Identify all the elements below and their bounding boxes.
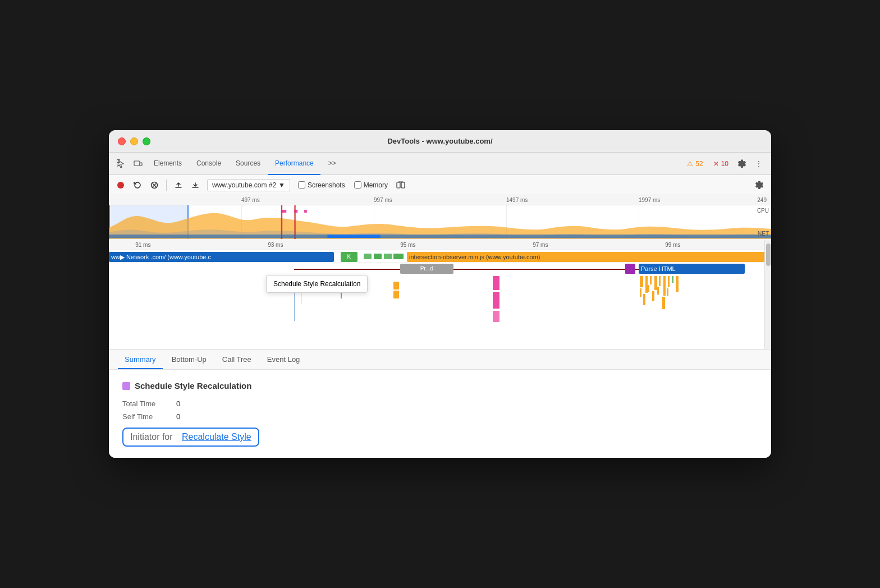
summary-title: Schedule Style Recalculation — [122, 381, 758, 391]
profile-select-value: www.youtube.com #2 — [212, 181, 276, 189]
scrollbar-thumb[interactable] — [766, 244, 771, 266]
tab-performance[interactable]: Performance — [268, 153, 320, 175]
devtools-window: DevTools - www.youtube.com/ Elements Con… — [109, 130, 771, 458]
record-button[interactable] — [113, 178, 128, 192]
cpu-label: CPU — [757, 208, 769, 214]
svg-rect-2 — [140, 163, 142, 166]
svg-rect-15 — [327, 235, 380, 238]
timeline-detail: 91 ms 93 ms 95 ms 97 ms 99 ms ww▶ Networ… — [109, 240, 771, 350]
cursor-icon[interactable] — [113, 156, 129, 172]
perf-settings-button[interactable] — [752, 178, 767, 192]
time-91: 91 ms — [135, 242, 150, 248]
prd-block[interactable]: Pr...d — [400, 264, 453, 274]
net-label: NET — [758, 231, 769, 237]
ruler-mark-2: 997 ms — [374, 197, 392, 203]
event-color-indicator — [122, 382, 130, 390]
memory-checkbox[interactable]: Memory — [354, 181, 388, 189]
error-count: 10 — [721, 160, 728, 168]
timeline-ruler: 497 ms 997 ms 1497 ms 1997 ms 249 — [109, 195, 771, 205]
profile-select[interactable]: www.youtube.com #2 ▼ — [207, 179, 290, 191]
total-time-label: Total Time — [122, 399, 167, 408]
close-button[interactable] — [118, 137, 126, 145]
ruler-mark-4: 1997 ms — [639, 197, 660, 203]
initiator-link[interactable]: Recalculate Style — [182, 432, 251, 442]
tab-sources[interactable]: Sources — [229, 153, 267, 175]
more-icon[interactable]: ⋮ — [751, 156, 767, 172]
k-block[interactable]: K — [341, 252, 358, 262]
error-badge[interactable]: ✕ 10 — [709, 160, 733, 168]
tab-bottom-up[interactable]: Bottom-Up — [165, 350, 213, 369]
summary-panel: Schedule Style Recalculation Total Time … — [109, 370, 771, 458]
svg-rect-7 — [397, 182, 400, 188]
green-block-4[interactable] — [393, 254, 404, 259]
profile-select-arrow: ▼ — [278, 181, 285, 189]
event-name: Schedule Style Recalculation — [135, 381, 251, 391]
tab-more[interactable]: >> — [322, 153, 343, 175]
svg-rect-12 — [294, 210, 297, 213]
svg-rect-8 — [401, 182, 405, 188]
title-bar: DevTools - www.youtube.com/ — [109, 130, 771, 153]
window-title: DevTools - www.youtube.com/ — [387, 137, 492, 145]
svg-rect-1 — [134, 161, 140, 166]
ruler-mark-3: 1497 ms — [506, 197, 528, 203]
ruler-mark-5: 249 — [757, 197, 767, 203]
yellow-pattern — [639, 276, 745, 327]
minimize-button[interactable] — [130, 137, 138, 145]
main-thread-row: Pr...d Parse HTML — [109, 264, 771, 275]
download-button[interactable] — [188, 178, 203, 192]
tab-console[interactable]: Console — [190, 153, 228, 175]
detailed-rows — [109, 276, 771, 327]
ruler-mark-1: 497 ms — [241, 197, 260, 203]
tooltip: Schedule Style Recalculation — [266, 275, 368, 293]
parse-html-label[interactable]: Parse HTML — [639, 264, 745, 274]
self-time-label: Self Time — [122, 412, 167, 421]
svg-point-3 — [117, 182, 124, 189]
tab-summary[interactable]: Summary — [118, 350, 163, 369]
purple-block[interactable] — [625, 264, 635, 274]
settings-icon[interactable] — [734, 156, 750, 172]
time-95: 95 ms — [400, 242, 415, 248]
total-time-value: 0 — [176, 399, 180, 408]
pink-blocks — [493, 276, 526, 327]
timeline-scrollbar[interactable] — [764, 240, 771, 349]
network-row: ww▶ Network .com/ (www.youtube.c K inter… — [109, 251, 771, 263]
svg-rect-13 — [304, 210, 307, 213]
arrow-line — [294, 269, 672, 270]
svg-rect-11 — [281, 210, 286, 213]
time-99: 99 ms — [665, 242, 680, 248]
tab-call-tree[interactable]: Call Tree — [216, 350, 258, 369]
screenshots-check-input[interactable] — [298, 181, 305, 189]
green-block-3[interactable] — [384, 254, 392, 259]
error-icon: ✕ — [713, 160, 719, 168]
bottom-section: Summary Bottom-Up Call Tree Event Log Sc… — [109, 350, 771, 458]
tab-event-log[interactable]: Event Log — [260, 350, 307, 369]
timeline-graph[interactable]: CPU NET — [109, 205, 771, 239]
clear-button[interactable] — [147, 178, 162, 192]
tab-elements[interactable]: Elements — [147, 153, 189, 175]
time-93: 93 ms — [268, 242, 283, 248]
memory-check-input[interactable] — [354, 181, 361, 189]
devtools-tab-bar: Elements Console Sources Performance >> … — [109, 153, 771, 175]
memory-label: Memory — [364, 181, 388, 189]
svg-rect-14 — [109, 235, 771, 238]
network-label[interactable]: ww▶ Network .com/ (www.youtube.c — [109, 252, 334, 262]
warning-badge[interactable]: ⚠ 52 — [682, 160, 707, 168]
green-block-1[interactable] — [364, 254, 372, 259]
flame-chart: ww▶ Network .com/ (www.youtube.c K inter… — [109, 250, 771, 346]
bottom-tab-bar: Summary Bottom-Up Call Tree Event Log — [109, 350, 771, 370]
initiator-label: Initiator for — [130, 432, 175, 442]
tooltip-text: Schedule Style Recalculation — [273, 280, 360, 288]
screenshots-checkbox[interactable]: Screenshots — [298, 181, 345, 189]
green-block-2[interactable] — [374, 254, 382, 259]
performance-toolbar: www.youtube.com #2 ▼ Screenshots Memory — [109, 175, 771, 195]
maximize-button[interactable] — [143, 137, 150, 145]
responsive-icon[interactable] — [130, 156, 146, 172]
total-time-row: Total Time 0 — [122, 399, 758, 408]
timeline-overview: 497 ms 997 ms 1497 ms 1997 ms 249 — [109, 195, 771, 240]
gc-button[interactable] — [393, 178, 408, 192]
initiator-row: Initiator for Recalculate Style — [122, 428, 259, 447]
intersection-observer-label[interactable]: intersection-observer.min.js (www.youtub… — [407, 252, 771, 262]
reload-record-button[interactable] — [130, 178, 145, 192]
traffic-lights — [118, 137, 150, 145]
upload-button[interactable] — [171, 178, 186, 192]
